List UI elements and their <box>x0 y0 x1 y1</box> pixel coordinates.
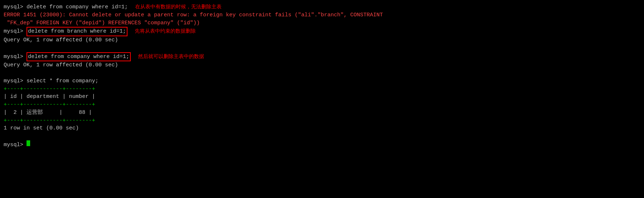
error-text-2: "FK_dep" FOREIGN KEY ("depid") REFERENCE… <box>4 20 200 26</box>
line-1: mysql> delete from company where id=1;在从… <box>4 3 640 11</box>
annotation-3: 然后就可以删除主表中的数据 <box>138 53 204 60</box>
prompt-1: mysql> <box>4 3 27 11</box>
table-row-1: | 2 | 运营部 | 88 | <box>4 109 640 117</box>
row-count-text: 1 row in set (0.00 sec) <box>4 125 79 131</box>
prompt-4: mysql> <box>4 77 27 85</box>
table-border-bottom: +----+------------+--------+ <box>4 117 640 125</box>
prompt-2: mysql> <box>4 28 27 36</box>
ok-text-2: Query OK, 1 row affected (0.00 sec) <box>4 62 118 68</box>
table-header-text: | id | department | number | <box>4 94 95 100</box>
annotation-2: 先将从表中约束的数据删除 <box>135 27 196 34</box>
error-text-1: ERROR 1451 (23000): Cannot delete or upd… <box>4 12 383 18</box>
annotation-1: 在从表中有数据的时候，无法删除主表 <box>135 3 222 10</box>
line-branch-delete: mysql> delete from branch where id=1;先将从… <box>4 27 640 36</box>
table-border-top-text: +----+------------+--------+ <box>4 86 95 92</box>
terminal-window: mysql> delete from company where id=1;在从… <box>4 3 640 149</box>
error-line-2: "FK_dep" FOREIGN KEY ("depid") REFERENCE… <box>4 19 640 27</box>
cmd-select: select * from company; <box>27 77 98 85</box>
prompt-final: mysql> <box>4 141 27 149</box>
ok-line-2: Query OK, 1 row affected (0.00 sec) <box>4 61 640 69</box>
table-border-mid: +----+------------+--------+ <box>4 101 640 109</box>
blank-1 <box>4 44 640 52</box>
table-row-1-text: | 2 | 运营部 | 88 | <box>4 110 92 116</box>
error-line-1: ERROR 1451 (23000): Cannot delete or upd… <box>4 11 640 19</box>
blank-3 <box>4 132 640 140</box>
blank-2 <box>4 69 640 77</box>
table-border-bottom-text: +----+------------+--------+ <box>4 117 95 124</box>
cmd-branch-delete: delete from branch where id=1; <box>27 27 127 36</box>
ok-text-1: Query OK, 1 row affected (0.00 sec) <box>4 37 118 43</box>
cmd-1: delete from company where id=1; <box>27 3 128 11</box>
line-select: mysql> select * from company; <box>4 77 640 85</box>
row-count: 1 row in set (0.00 sec) <box>4 124 640 132</box>
cursor <box>27 140 30 146</box>
cmd-company-delete: delete from company where id=1; <box>27 52 131 62</box>
table-border-top: +----+------------+--------+ <box>4 85 640 93</box>
table-border-mid-text: +----+------------+--------+ <box>4 102 95 108</box>
ok-line-1: Query OK, 1 row affected (0.00 sec) <box>4 36 640 44</box>
table-header: | id | department | number | <box>4 93 640 101</box>
final-prompt-line: mysql> <box>4 140 640 149</box>
prompt-3: mysql> <box>4 53 27 61</box>
line-company-delete: mysql> delete from company where id=1;然后… <box>4 52 640 62</box>
